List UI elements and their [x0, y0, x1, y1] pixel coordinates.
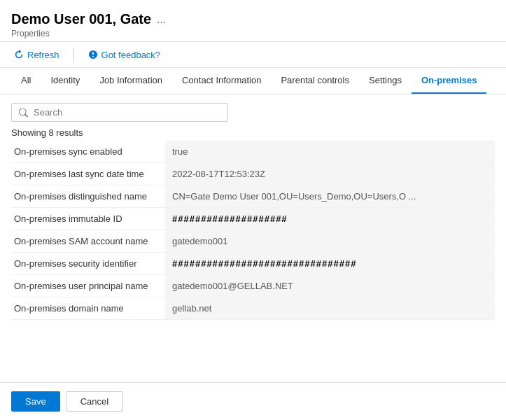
- refresh-button[interactable]: Refresh: [11, 48, 62, 62]
- page-subtitle: Properties: [11, 29, 495, 38]
- tab-parental-controls[interactable]: Parental controls: [271, 68, 359, 94]
- field-label: On-premises user principal name: [11, 275, 165, 298]
- field-label: On-premises domain name: [11, 298, 165, 320]
- toolbar: Refresh Got feedback?: [0, 42, 506, 68]
- field-value: 2022-08-17T12:53:23Z: [165, 163, 495, 186]
- field-value: CN=Gate Demo User 001,OU=Users_Demo,OU=U…: [165, 186, 495, 208]
- table-row: On-premises security identifier#########…: [11, 253, 495, 275]
- main-content: Showing 8 results On-premises sync enabl…: [0, 94, 506, 328]
- footer: Save Cancel: [0, 382, 506, 420]
- tab-contact-information[interactable]: Contact Information: [172, 68, 271, 94]
- tab-on-premises[interactable]: On-premises: [412, 68, 486, 94]
- tab-job-information[interactable]: Job Information: [90, 68, 172, 94]
- save-button[interactable]: Save: [11, 391, 60, 412]
- tab-settings[interactable]: Settings: [359, 68, 412, 94]
- search-input[interactable]: [34, 107, 220, 118]
- cancel-button[interactable]: Cancel: [66, 391, 123, 412]
- field-label: On-premises last sync date time: [11, 163, 165, 186]
- table-row: On-premises sync enabledtrue: [11, 141, 495, 163]
- table-row: On-premises domain namegellab.net: [11, 298, 495, 320]
- feedback-button[interactable]: Got feedback?: [85, 48, 164, 62]
- field-label: On-premises immutable ID: [11, 208, 165, 230]
- table-row: On-premises last sync date time2022-08-1…: [11, 163, 495, 186]
- field-value: ################################: [165, 253, 495, 275]
- field-label: On-premises sync enabled: [11, 141, 165, 163]
- toolbar-separator: [73, 48, 74, 62]
- feedback-icon: [88, 50, 98, 59]
- field-value: gatedemo001: [165, 230, 495, 253]
- page-header: Demo User 001, Gate ... Properties: [0, 0, 506, 42]
- more-options-icon[interactable]: ...: [157, 13, 166, 26]
- field-value: gellab.net: [165, 298, 495, 320]
- field-label: On-premises security identifier: [11, 253, 165, 275]
- tab-bar: All Identity Job Information Contact Inf…: [0, 68, 506, 94]
- fields-table: On-premises sync enabledtrueOn-premises …: [11, 141, 495, 320]
- search-bar[interactable]: [11, 103, 228, 122]
- tab-identity[interactable]: Identity: [41, 68, 90, 94]
- field-value: gatedemo001@GELLAB.NET: [165, 275, 495, 298]
- field-value: true: [165, 141, 495, 163]
- results-count: Showing 8 results: [11, 127, 495, 138]
- table-row: On-premises SAM account namegatedemo001: [11, 230, 495, 253]
- table-row: On-premises user principal namegatedemo0…: [11, 275, 495, 298]
- field-value: ####################: [165, 208, 495, 230]
- field-label: On-premises distinguished name: [11, 186, 165, 208]
- search-icon: [19, 108, 28, 118]
- tab-all[interactable]: All: [11, 68, 41, 94]
- table-row: On-premises immutable ID################…: [11, 208, 495, 230]
- field-label: On-premises SAM account name: [11, 230, 165, 253]
- refresh-icon: [14, 50, 24, 59]
- page-title: Demo User 001, Gate: [11, 11, 151, 27]
- table-row: On-premises distinguished nameCN=Gate De…: [11, 186, 495, 208]
